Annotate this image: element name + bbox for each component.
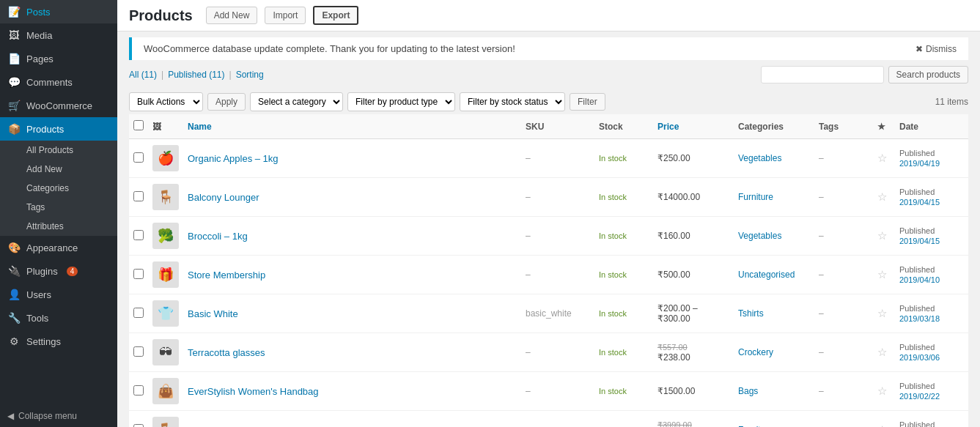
product-name-link[interactable]: Balcony Lounger	[188, 192, 259, 203]
sidebar-item-tools[interactable]: 🔧 Tools	[0, 306, 117, 330]
date-value[interactable]: 2019/03/18	[899, 314, 940, 323]
sorting-filter-link[interactable]: Sorting	[236, 70, 264, 80]
date-label: Published	[899, 226, 935, 235]
import-button[interactable]: Import	[265, 7, 306, 24]
date-value[interactable]: 2019/04/19	[899, 159, 940, 168]
sidebar-item-tags[interactable]: Tags	[0, 198, 117, 217]
stock-status-select[interactable]: Filter by stock status	[460, 92, 565, 111]
row-checkbox[interactable]	[133, 230, 144, 240]
featured-star[interactable]: ☆	[877, 152, 887, 164]
date-label: Published	[899, 187, 935, 196]
category-link[interactable]: Tshirts	[738, 308, 764, 319]
filter-bar: All (11) | Published (11) | Sorting Sear…	[117, 60, 980, 89]
sidebar-products-submenu: All Products Add New Categories Tags Att…	[0, 141, 117, 236]
sidebar-item-appearance[interactable]: 🎨 Appearance	[0, 236, 117, 259]
published-filter-link[interactable]: Published (11)	[168, 70, 224, 80]
price-strike: ₹3999.00	[657, 420, 692, 427]
dismiss-button[interactable]: ✖ Dismiss	[915, 44, 957, 54]
sidebar-item-users[interactable]: 👤 Users	[0, 283, 117, 306]
all-filter-link[interactable]: All (11)	[129, 70, 157, 80]
product-image: 🥦	[152, 223, 179, 249]
date-value[interactable]: 2019/04/10	[899, 275, 940, 284]
search-input[interactable]	[761, 66, 884, 83]
price-val2: ₹300.00	[657, 313, 690, 324]
sidebar-item-settings[interactable]: ⚙ Settings	[0, 330, 117, 353]
date-value[interactable]: 2019/03/06	[899, 353, 940, 362]
featured-star[interactable]: ☆	[877, 229, 887, 242]
product-name-link[interactable]: Basic White	[188, 308, 238, 319]
featured-star[interactable]: ☆	[877, 423, 887, 427]
tags-value: –	[819, 231, 824, 241]
sidebar-item-woocommerce[interactable]: 🛒 WooCommerce	[0, 94, 117, 117]
export-button[interactable]: Export	[313, 6, 358, 25]
product-name-link[interactable]: Terracotta glasses	[188, 347, 265, 358]
category-link[interactable]: Bags	[738, 386, 758, 396]
th-name[interactable]: Name	[183, 114, 521, 139]
category-link[interactable]: Vegetables	[738, 153, 781, 163]
collapse-menu-button[interactable]: ◀ Collapse menu	[0, 405, 117, 427]
th-categories: Categories	[734, 114, 814, 139]
posts-icon: 📝	[7, 6, 21, 18]
appearance-icon: 🎨	[7, 242, 21, 253]
th-price[interactable]: Price	[653, 114, 734, 139]
featured-star[interactable]: ☆	[877, 268, 887, 281]
product-image: 🕶	[152, 339, 179, 365]
row-checkbox[interactable]	[133, 308, 144, 318]
sidebar-item-attributes[interactable]: Attributes	[0, 217, 117, 236]
date-label: Published	[899, 149, 935, 157]
product-type-select[interactable]: Filter by product type	[347, 92, 455, 111]
table-row: 🪑 Bar Stool (Set of 2) – In stock ₹3999.…	[129, 411, 968, 428]
row-checkbox[interactable]	[133, 346, 144, 357]
product-name-link[interactable]: EverStylish Women's Handbag	[188, 386, 319, 397]
featured-star[interactable]: ☆	[877, 346, 887, 358]
sidebar-item-add-new[interactable]: Add New	[0, 160, 117, 179]
row-checkbox[interactable]	[133, 424, 144, 428]
product-name-link[interactable]: Broccoli – 1kg	[188, 231, 248, 242]
sidebar-item-pages[interactable]: 📄 Pages	[0, 47, 117, 70]
product-name-link[interactable]: Organic Apples – 1kg	[188, 153, 279, 164]
topbar: Products Add New Import Export	[117, 0, 980, 31]
row-checkbox[interactable]	[133, 191, 144, 201]
bulk-actions-select[interactable]: Bulk Actions	[129, 92, 203, 111]
featured-star[interactable]: ☆	[877, 307, 887, 319]
row-checkbox[interactable]	[133, 385, 144, 396]
add-new-button[interactable]: Add New	[206, 7, 258, 24]
date-value[interactable]: 2019/02/22	[899, 392, 940, 401]
date-label: Published	[899, 420, 935, 427]
tags-value: –	[819, 153, 824, 163]
table-row: 👜 EverStylish Women's Handbag – In stock…	[129, 372, 968, 411]
featured-star[interactable]: ☆	[877, 385, 887, 397]
select-all-checkbox[interactable]	[133, 120, 144, 130]
date-value[interactable]: 2019/04/15	[899, 237, 940, 245]
plugins-badge: 4	[67, 267, 78, 276]
category-link[interactable]: Furniture	[738, 192, 773, 202]
sidebar-item-categories[interactable]: Categories	[0, 179, 117, 198]
row-checkbox[interactable]	[133, 152, 144, 163]
category-link[interactable]: Vegetables	[738, 231, 781, 241]
product-name-link[interactable]: Store Membership	[188, 270, 265, 281]
sidebar-item-all-products[interactable]: All Products	[0, 141, 117, 160]
filter-button[interactable]: Filter	[570, 93, 605, 111]
search-products-button[interactable]: Search products	[888, 66, 968, 83]
stock-status: In stock	[599, 309, 627, 318]
price-strike: ₹557.00	[657, 343, 688, 352]
table-row: 🍎 Organic Apples – 1kg – In stock ₹250.0…	[129, 139, 968, 178]
sidebar-item-products[interactable]: 📦 Products	[0, 117, 117, 141]
sidebar-item-media[interactable]: 🖼 Media	[0, 23, 117, 47]
date-label: Published	[899, 265, 935, 274]
products-icon: 📦	[7, 123, 21, 135]
woocommerce-icon: 🛒	[7, 100, 21, 111]
sidebar-item-plugins[interactable]: 🔌 Plugins 4	[0, 259, 117, 283]
featured-star[interactable]: ☆	[877, 190, 887, 203]
apply-button[interactable]: Apply	[207, 93, 246, 111]
th-tags: Tags	[814, 114, 873, 139]
category-link[interactable]: Uncategorised	[738, 270, 795, 280]
product-name-link[interactable]: Bar Stool (Set of 2)	[188, 425, 269, 428]
date-value[interactable]: 2019/04/15	[899, 198, 940, 207]
sidebar-item-comments[interactable]: 💬 Comments	[0, 70, 117, 94]
row-checkbox[interactable]	[133, 269, 144, 279]
sku-value: basic_white	[526, 308, 572, 319]
category-link[interactable]: Crockery	[738, 347, 773, 357]
sidebar-item-posts[interactable]: 📝 Posts	[0, 0, 117, 23]
category-select[interactable]: Select a category	[250, 92, 343, 111]
